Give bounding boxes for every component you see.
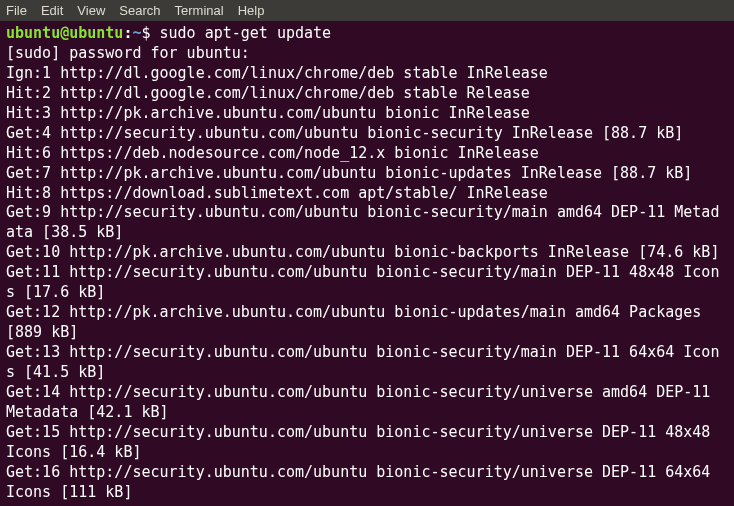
output-line: Get:4 http://security.ubuntu.com/ubuntu … xyxy=(6,124,728,144)
menu-edit[interactable]: Edit xyxy=(41,3,63,18)
output-line: Get:12 http://pk.archive.ubuntu.com/ubun… xyxy=(6,303,728,343)
output-line: Get:10 http://pk.archive.ubuntu.com/ubun… xyxy=(6,243,728,263)
menu-help[interactable]: Help xyxy=(238,3,265,18)
output-line: Hit:6 https://deb.nodesource.com/node_12… xyxy=(6,144,728,164)
output-line: Get:11 http://security.ubuntu.com/ubuntu… xyxy=(6,263,728,303)
output-line: Hit:8 https://download.sublimetext.com a… xyxy=(6,184,728,204)
output-line: Get:14 http://security.ubuntu.com/ubuntu… xyxy=(6,383,728,423)
output-line: Get:13 http://security.ubuntu.com/ubuntu… xyxy=(6,343,728,383)
menu-terminal[interactable]: Terminal xyxy=(175,3,224,18)
menu-search[interactable]: Search xyxy=(119,3,160,18)
prompt-user: ubuntu@ubuntu xyxy=(6,24,123,42)
menu-file[interactable]: File xyxy=(6,3,27,18)
output-line: Get:16 http://security.ubuntu.com/ubuntu… xyxy=(6,463,728,503)
output-line: Hit:3 http://pk.archive.ubuntu.com/ubunt… xyxy=(6,104,728,124)
menu-view[interactable]: View xyxy=(77,3,105,18)
prompt-symbol: $ xyxy=(141,24,150,42)
terminal-body[interactable]: ubuntu@ubuntu:~$ sudo apt-get update [su… xyxy=(0,21,734,506)
output-line: Get:15 http://security.ubuntu.com/ubuntu… xyxy=(6,423,728,463)
menubar: File Edit View Search Terminal Help xyxy=(0,0,734,21)
output-line: Hit:2 http://dl.google.com/linux/chrome/… xyxy=(6,84,728,104)
command-input: sudo apt-get update xyxy=(160,24,332,42)
output-line: Get:9 http://security.ubuntu.com/ubuntu … xyxy=(6,203,728,243)
output-line: [sudo] password for ubuntu: xyxy=(6,44,728,64)
output-line: Get:7 http://pk.archive.ubuntu.com/ubunt… xyxy=(6,164,728,184)
output-line: Ign:1 http://dl.google.com/linux/chrome/… xyxy=(6,64,728,84)
